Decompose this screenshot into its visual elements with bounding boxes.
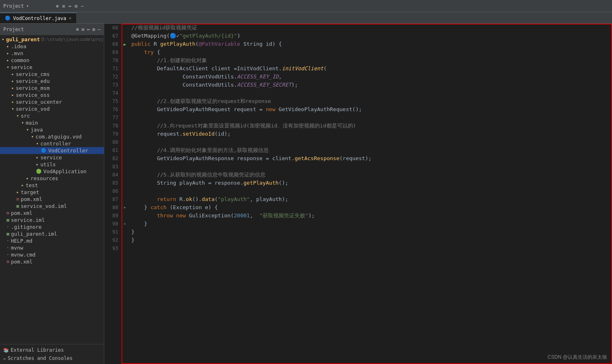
tree-item-com-atguigu-vod[interactable]: ▾ com.atguigu.vod — [0, 133, 104, 140]
tree-item-src[interactable]: ▾ src — [0, 112, 104, 119]
tree-item-java[interactable]: ▾ java — [0, 126, 104, 133]
code-area: 66 //根据视频id获取视频凭证 67 @GetMapping(🔵✓"getP… — [104, 24, 612, 364]
code-content: //2.创建获取视频凭证的request和response — [128, 97, 612, 105]
item-label: .mvn — [11, 50, 23, 56]
folder-open-icon: ▾ — [36, 141, 39, 146]
arrows-icon[interactable]: ↔ — [87, 27, 90, 32]
tree-item-mvnw-cmd[interactable]: · mvnw.cmd — [0, 251, 104, 258]
tree-item-idea[interactable]: ▸ .idea — [0, 43, 104, 50]
line-number: 73 — [104, 81, 122, 89]
code-line-85: 85 String playAuth = response.getPlayAut… — [104, 179, 612, 187]
item-label: test — [26, 182, 38, 188]
scratches-icon: ✏ — [3, 356, 6, 361]
tree-item-common[interactable]: ▸ common — [0, 57, 104, 64]
tree-item-service-edu[interactable]: ▸ service_edu — [0, 78, 104, 85]
item-label: .idea — [11, 43, 27, 49]
line-number: 75 — [104, 97, 122, 105]
tree-item-mvn[interactable]: ▸ .mvn — [0, 50, 104, 57]
tree-item-vod-app[interactable]: 🟢 VodApplication — [0, 168, 104, 175]
sidebar-item-external-libraries[interactable]: 📚 External Libraries — [0, 346, 104, 354]
gutter — [122, 114, 128, 122]
line-number: 83 — [104, 163, 122, 171]
gutter — [122, 163, 128, 171]
folder-icon: ▸ — [36, 162, 39, 167]
tree-item-service-msm[interactable]: ▸ service_msm — [0, 85, 104, 92]
code-content: GetVideoPlayAuthResponse response = clie… — [128, 154, 612, 163]
root-label: guli_parent — [6, 36, 40, 42]
tab-close-icon[interactable]: ✕ — [69, 16, 72, 21]
tree-item-target[interactable]: ▸ target — [0, 189, 104, 196]
minimize-icon[interactable]: — — [81, 3, 84, 9]
tree-item-service-oss[interactable]: ▸ service_oss — [0, 92, 104, 98]
gutter: ▶ — [122, 40, 128, 48]
gutter — [122, 105, 128, 114]
code-line-69: 69 try { — [104, 48, 612, 56]
tab-vod-controller[interactable]: 🔵 VodController.java ✕ — [0, 13, 77, 23]
code-content: return R.ok().data("playAuth", playAuth)… — [128, 195, 612, 203]
tree-item-help-md[interactable]: · HELP.md — [0, 237, 104, 244]
code-line-70: 70 //1.创建初始化对象 — [104, 56, 612, 65]
tab-bar: 🔵 VodController.java ✕ — [0, 12, 612, 24]
pin-icon[interactable]: ⊕ — [56, 3, 59, 9]
tree-item-gitignore[interactable]: · .gitignore — [0, 223, 104, 230]
tree-item-resources[interactable]: ▸ resources — [0, 175, 104, 182]
code-content: DefaultAcsClient client =InitVodClient.i… — [128, 65, 612, 73]
tree-item-controller[interactable]: ▾ controller — [0, 140, 104, 147]
tree-item-pom-main[interactable]: m pom.xml — [0, 258, 104, 265]
external-libraries-label: External Libraries — [11, 347, 64, 353]
tree-item-pom-vod[interactable]: m pom.xml — [0, 196, 104, 203]
code-line-71: 71 DefaultAcsClient client =InitVodClien… — [104, 65, 612, 73]
tree-item-service-pkg[interactable]: ▸ service — [0, 154, 104, 161]
tree-item-service-iml[interactable]: ■ service.iml — [0, 217, 104, 223]
folder-open-icon: ▾ — [7, 65, 9, 70]
code-content — [128, 138, 612, 146]
list2-icon[interactable]: ≡ — [81, 27, 84, 32]
tree-item-test[interactable]: ▸ test — [0, 182, 104, 189]
minimize2-icon[interactable]: — — [98, 27, 101, 32]
settings2-icon[interactable]: ⚙ — [92, 27, 95, 32]
item-label: service_ucenter — [16, 99, 62, 105]
settings-icon[interactable]: ⚙ — [74, 3, 77, 9]
expand-icon[interactable]: ↔ — [68, 3, 71, 9]
folder-open-icon: ▾ — [16, 113, 19, 118]
tree-item-service-ucenter[interactable]: ▸ service_ucenter — [0, 98, 104, 105]
tree-item-service-cms[interactable]: ▸ service_cms — [0, 71, 104, 78]
tree-item-pom-root[interactable]: m pom.xml — [0, 210, 104, 217]
folder-open-icon: ▾ — [21, 120, 24, 125]
folder-icon: ▸ — [7, 58, 9, 63]
gutter — [122, 154, 128, 163]
scratches-label: Scratches and Consoles — [8, 355, 73, 361]
tree-item-main[interactable]: ▾ main — [0, 119, 104, 126]
gutter — [122, 32, 128, 40]
tree-item-guli-parent[interactable]: ▾ guli_parent D:\study\java\code\project… — [0, 36, 104, 43]
tree-item-vod-controller[interactable]: 🔵 VodController — [0, 147, 104, 154]
line-number: 85 — [104, 179, 122, 187]
folder-icon: ▸ — [7, 51, 9, 56]
tree-item-mvnw[interactable]: · mvnw — [0, 244, 104, 251]
code-line-68: 68 ▶ public R getPlayAuth(@PathVariable … — [104, 40, 612, 48]
gutter — [122, 187, 128, 195]
pin2-icon[interactable]: ⊕ — [76, 27, 79, 32]
sidebar-item-scratches[interactable]: ✏ Scratches and Consoles — [0, 354, 104, 362]
tree-item-utils[interactable]: ▸ utils — [0, 161, 104, 168]
tree-item-service-vod[interactable]: ▾ service_vod — [0, 105, 104, 112]
code-line-82: 82 GetVideoPlayAuthResponse response = c… — [104, 154, 612, 163]
tree-item-service-vod-iml[interactable]: ■ service_vod.iml — [0, 203, 104, 210]
item-label: VodController — [48, 147, 88, 154]
line-number: 84 — [104, 171, 122, 179]
item-label: pom.xml — [11, 210, 33, 216]
gutter — [122, 212, 128, 220]
code-content — [128, 89, 612, 97]
code-line-67: 67 @GetMapping(🔵✓"getPlayAuth/{id}") — [104, 32, 612, 40]
tree-item-guli-parent-iml[interactable]: ■ guli_parent.iml — [0, 230, 104, 237]
gutter — [122, 73, 128, 81]
folder-icon: ▸ — [26, 176, 29, 181]
tree-item-service[interactable]: ▾ service — [0, 64, 104, 71]
line-number: 76 — [104, 105, 122, 114]
gutter — [122, 228, 128, 236]
item-label: mvnw — [11, 245, 23, 251]
list-icon[interactable]: ≡ — [62, 3, 65, 9]
chevron-down-icon: ▾ — [27, 4, 29, 8]
code-container[interactable]: 66 //根据视频id获取视频凭证 67 @GetMapping(🔵✓"getP… — [104, 24, 612, 364]
file-icon: 🔵 — [5, 16, 11, 21]
